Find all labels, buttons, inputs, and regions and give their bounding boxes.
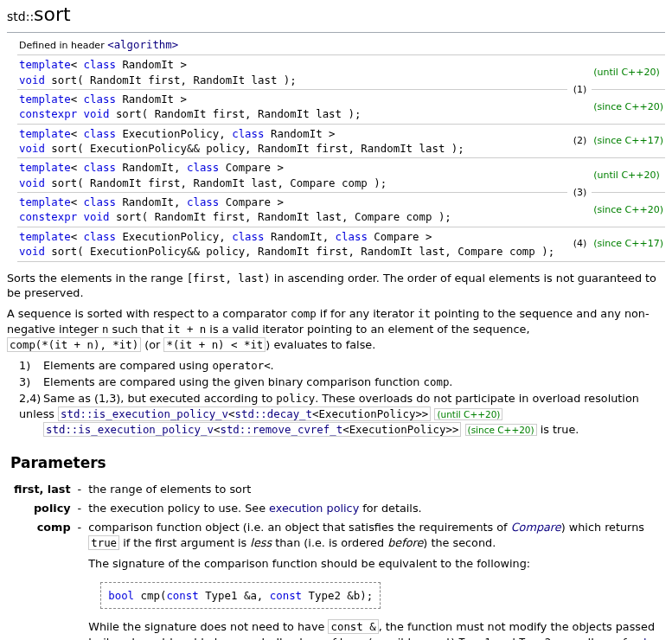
code-expr-1: comp(*(it + n), *it): [7, 337, 141, 352]
true-code: true: [88, 535, 119, 550]
decl-sig: template< class RandomIt, class Compare …: [17, 158, 567, 193]
header-text: Defined in header: [19, 40, 107, 51]
defined-in-header: Defined in header <algorithm>: [17, 36, 665, 55]
decl-mark: (until C++20): [592, 158, 665, 193]
range-code: [first, last): [187, 272, 271, 285]
decl-mark: (since C++20): [592, 193, 665, 227]
compare-link[interactable]: Compare: [511, 521, 561, 534]
title-main: sort: [34, 3, 71, 25]
param-desc: the range of elements to sort: [85, 480, 665, 499]
decl-sig: template< class RandomIt >void sort( Ran…: [17, 55, 567, 89]
sig-box: bool cmp(const Type1 &a, const Type2 &b)…: [100, 582, 381, 609]
decl-num: (1): [567, 55, 592, 124]
comp-note-1: While the signature does not need to hav…: [88, 619, 662, 640]
page-title: std::sort: [7, 0, 665, 33]
decl-sig: template< class RandomIt, class Compare …: [17, 193, 567, 227]
decl-num: (3): [567, 158, 592, 227]
parameters-heading: Parameters: [10, 453, 665, 474]
declaration-table: template< class RandomIt >void sort( Ran…: [17, 55, 665, 261]
until-mark: (until C++20): [434, 408, 502, 420]
decl-mark: (since C++17): [592, 124, 665, 158]
decl-num: (2): [567, 124, 592, 158]
exec-policy-code-1: std::is_execution_policy_v<std::decay_t<…: [58, 406, 431, 421]
constref-code: const &: [328, 619, 378, 634]
list-item: 1)Elements are compared using operator<.: [19, 358, 665, 374]
table-row: comp - comparison function object (i.e. …: [10, 518, 665, 640]
title-prefix: std::: [7, 10, 34, 23]
param-desc: the execution policy to use. See executi…: [85, 499, 665, 518]
decl-mark: (since C++20): [592, 89, 665, 124]
decl-mark: (since C++17): [592, 227, 665, 261]
execution-policy-link[interactable]: execution policy: [269, 502, 359, 515]
param-desc: comparison function object (i.e. an obje…: [85, 518, 665, 640]
since-mark: (since C++20): [465, 424, 537, 436]
overload-desc-list: 1)Elements are compared using operator<.…: [19, 358, 665, 438]
decl-sig: template< class RandomIt >constexpr void…: [17, 89, 567, 124]
param-name: comp: [10, 518, 74, 640]
desc-para-1: Sorts the elements in the range [first, …: [7, 271, 665, 302]
header-link[interactable]: <algorithm>: [107, 38, 178, 51]
table-row: policy - the execution policy to use. Se…: [10, 499, 665, 518]
desc-para-2: A sequence is sorted with respect to a c…: [7, 306, 665, 353]
sig-intro: The signature of the comparison function…: [88, 556, 662, 572]
param-name: policy: [10, 499, 74, 518]
parameters-table: first, last - the range of elements to s…: [10, 480, 665, 640]
decl-num: (4): [567, 227, 592, 261]
table-row: first, last - the range of elements to s…: [10, 480, 665, 499]
list-item: 3)Elements are compared using the given …: [19, 374, 665, 390]
decl-mark: (until C++20): [592, 55, 665, 89]
declaration-block: Defined in header <algorithm> template< …: [17, 36, 665, 262]
decl-sig: template< class ExecutionPolicy, class R…: [17, 227, 567, 261]
param-name: first, last: [10, 480, 74, 499]
decl-sig: template< class ExecutionPolicy, class R…: [17, 124, 567, 158]
exec-policy-code-2: std::is_execution_policy_v<std::remove_c…: [43, 422, 461, 437]
code-expr-2: *(it + n) < *it: [163, 337, 266, 352]
list-item: 2,4)Same as (1,3), but executed accordin…: [19, 391, 665, 438]
